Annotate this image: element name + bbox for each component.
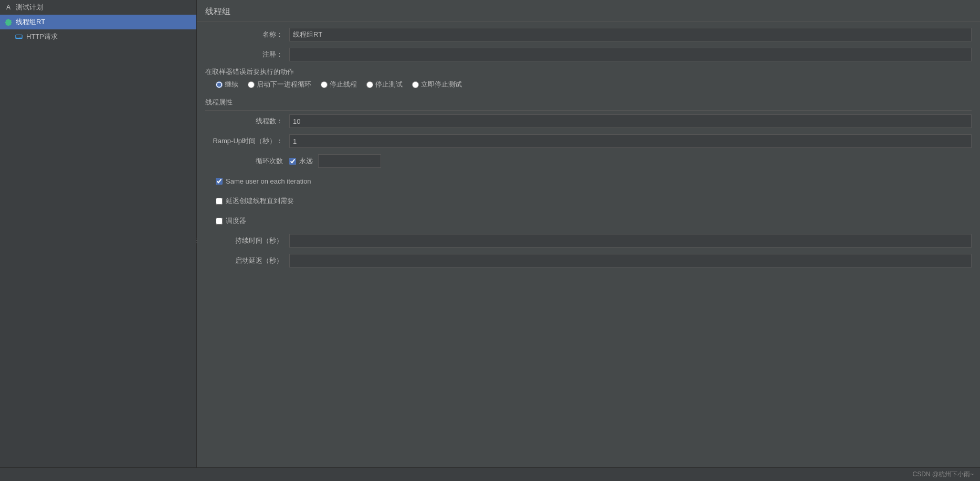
radio-stop-test-input[interactable] [366,81,373,88]
footer-text: CSDN @杭州下小雨~ [912,470,974,479]
radio-stop-test-now-label: 立即停止测试 [421,80,462,89]
form-area: 名称： 注释： 在取样器错误后要执行的动作 继续 启动下一进 [197,22,980,279]
name-label: 名称： [205,30,289,39]
duration-input[interactable] [289,234,972,248]
startup-delay-input[interactable] [289,254,972,268]
radio-start-next-loop-label: 启动下一进程循环 [257,80,311,89]
same-user-label: Same user on each iteration [226,177,311,185]
http-icon: HTTP [15,33,23,41]
loop-count-row: 循环次数 永远 [205,154,972,168]
error-action-section: 在取样器错误后要执行的动作 继续 启动下一进程循环 停止线程 [205,67,972,89]
radio-stop-test-now-input[interactable] [412,81,419,88]
gear-icon [4,18,13,26]
ramp-up-row: Ramp-Up时间（秒）： [205,134,972,148]
delay-create-checkbox-label[interactable]: 延迟创建线程直到需要 [216,195,294,207]
error-action-label: 在取样器错误后要执行的动作 [205,67,294,77]
radio-start-next-loop-input[interactable] [248,81,255,88]
scheduler-label: 调度器 [226,216,246,226]
startup-delay-row: 启动延迟（秒） [205,253,972,268]
duration-label: 持续时间（秒） [205,236,289,245]
startup-delay-label: 启动延迟（秒） [205,256,289,265]
thread-count-label: 线程数： [205,116,289,126]
comment-label: 注释： [205,50,289,59]
resize-dots: ⋮ [194,238,200,243]
radio-stop-thread[interactable]: 停止线程 [321,80,357,89]
thread-count-input[interactable] [289,114,972,128]
forever-label: 永远 [299,156,313,166]
ramp-up-input[interactable] [289,134,972,148]
forever-checkbox-label[interactable]: 永远 [289,155,313,167]
comment-row: 注释： [205,47,972,62]
radio-continue-label: 继续 [225,80,238,89]
ramp-up-label: Ramp-Up时间（秒）： [205,136,289,146]
radio-continue-input[interactable] [216,81,223,88]
delay-create-label: 延迟创建线程直到需要 [226,196,294,206]
sidebar-resize-handle[interactable]: ⋮ [196,0,198,467]
main-panel: 线程组 名称： 注释： 在取样器错误后要执行的动作 继续 [197,0,980,467]
same-user-checkbox-label[interactable]: Same user on each iteration [216,176,311,187]
same-user-row: Same user on each iteration [205,174,972,188]
sidebar-item-label: 测试计划 [16,3,43,12]
scheduler-row: 调度器 [205,213,972,228]
duration-row: 持续时间（秒） [205,233,972,248]
radio-stop-test-label: 停止测试 [375,80,403,89]
sidebar-item-label: HTTP请求 [26,32,58,41]
name-row: 名称： [205,27,972,42]
forever-checkbox[interactable] [289,158,296,165]
sidebar: A 测试计划 线程组RT HTTP HTTP请求 [0,0,197,467]
svg-text:HTTP: HTTP [16,36,22,39]
radio-stop-thread-input[interactable] [321,81,328,88]
radio-stop-test[interactable]: 停止测试 [366,80,403,89]
sidebar-item-http-request[interactable]: HTTP HTTP请求 [0,29,196,44]
radio-continue[interactable]: 继续 [216,80,238,89]
delay-create-row: 延迟创建线程直到需要 [205,194,972,208]
radio-stop-thread-label: 停止线程 [330,80,357,89]
comment-input[interactable] [289,48,972,61]
thread-count-row: 线程数： [205,114,972,129]
sidebar-item-thread-group[interactable]: 线程组RT [0,15,196,29]
radio-start-next-loop[interactable]: 启动下一进程循环 [248,80,311,89]
section-title: 线程组 [197,0,980,22]
sidebar-item-test-plan[interactable]: A 测试计划 [0,0,196,15]
footer: CSDN @杭州下小雨~ [0,467,980,481]
loop-count-input[interactable] [318,154,381,168]
loop-row: 永远 [289,154,381,168]
delay-create-checkbox[interactable] [216,198,223,205]
plan-icon: A [4,3,13,12]
sidebar-item-label: 线程组RT [16,17,45,27]
scheduler-checkbox-label[interactable]: 调度器 [216,215,246,227]
name-input[interactable] [289,28,972,41]
radio-stop-test-now[interactable]: 立即停止测试 [412,80,462,89]
loop-count-label: 循环次数 [205,156,289,166]
same-user-checkbox[interactable] [216,178,223,185]
thread-properties-section-title: 线程属性 [205,92,972,111]
scheduler-checkbox[interactable] [216,218,223,225]
error-action-radio-group: 继续 启动下一进程循环 停止线程 停止测试 [205,80,462,89]
